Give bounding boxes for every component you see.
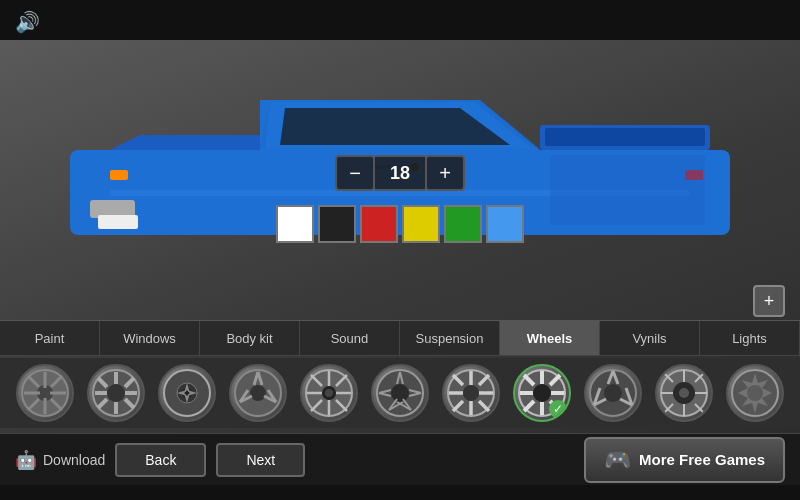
wheel-size-controls: − 18 +: [335, 155, 465, 191]
wheel-option-6[interactable]: [371, 364, 429, 422]
svg-line-82: [550, 401, 560, 411]
tab-suspension[interactable]: Suspension: [400, 321, 500, 355]
color-swatch-row: [276, 205, 524, 243]
wheel-option-1[interactable]: [16, 364, 74, 422]
svg-point-54: [391, 384, 409, 402]
tab-sound[interactable]: Sound: [300, 321, 400, 355]
svg-point-35: [250, 385, 266, 401]
wheel-decrease-button[interactable]: −: [335, 155, 375, 191]
wheel-increase-button[interactable]: +: [425, 155, 465, 191]
wheel-option-10[interactable]: [655, 364, 713, 422]
tab-wheels[interactable]: Wheels: [500, 321, 600, 355]
svg-point-66: [463, 385, 479, 401]
more-games-label: More Free Games: [639, 451, 765, 468]
svg-rect-2: [110, 170, 128, 180]
svg-point-76: [533, 384, 551, 402]
wheel-option-8[interactable]: ✓: [513, 364, 571, 422]
back-button[interactable]: Back: [115, 443, 206, 477]
svg-point-22: [107, 384, 125, 402]
swatch-blue[interactable]: [486, 205, 524, 243]
tab-lights[interactable]: Lights: [700, 321, 800, 355]
next-button[interactable]: Next: [216, 443, 305, 477]
download-label: Download: [43, 452, 105, 468]
swatch-red[interactable]: [360, 205, 398, 243]
wheel-option-9[interactable]: [584, 364, 642, 422]
swatch-black[interactable]: [318, 205, 356, 243]
svg-rect-10: [98, 215, 138, 229]
swatch-green[interactable]: [444, 205, 482, 243]
tab-paint[interactable]: Paint: [0, 321, 100, 355]
svg-rect-5: [545, 128, 705, 146]
add-button[interactable]: +: [753, 285, 785, 317]
svg-point-52: [325, 389, 333, 397]
android-icon: 🤖: [15, 449, 37, 471]
swatch-white[interactable]: [276, 205, 314, 243]
action-bar: 🤖 Download Back Next 🎮 More Free Games: [0, 433, 800, 485]
wheel-option-7[interactable]: [442, 364, 500, 422]
sound-toggle[interactable]: 🔊: [15, 10, 40, 34]
wheel-option-3[interactable]: [158, 364, 216, 422]
svg-rect-9: [550, 155, 705, 225]
gamepad-icon: 🎮: [604, 447, 631, 473]
tab-bar: Paint Windows Body kit Sound Suspension …: [0, 320, 800, 356]
wheel-option-11[interactable]: [726, 364, 784, 422]
download-button[interactable]: 🤖 Download: [15, 449, 105, 471]
tab-windows[interactable]: Windows: [100, 321, 200, 355]
svg-point-86: [604, 384, 622, 402]
wheel-options-row: ✓: [0, 358, 800, 428]
svg-point-95: [679, 388, 689, 398]
tab-body-kit[interactable]: Body kit: [200, 321, 300, 355]
wheel-size-value: 18: [375, 155, 425, 191]
swatch-yellow[interactable]: [402, 205, 440, 243]
wheel-option-4[interactable]: [229, 364, 287, 422]
more-games-button[interactable]: 🎮 More Free Games: [584, 437, 785, 483]
tab-vynils[interactable]: Vynils: [600, 321, 700, 355]
wheel-option-5[interactable]: [300, 364, 358, 422]
wheel-option-2[interactable]: [87, 364, 145, 422]
